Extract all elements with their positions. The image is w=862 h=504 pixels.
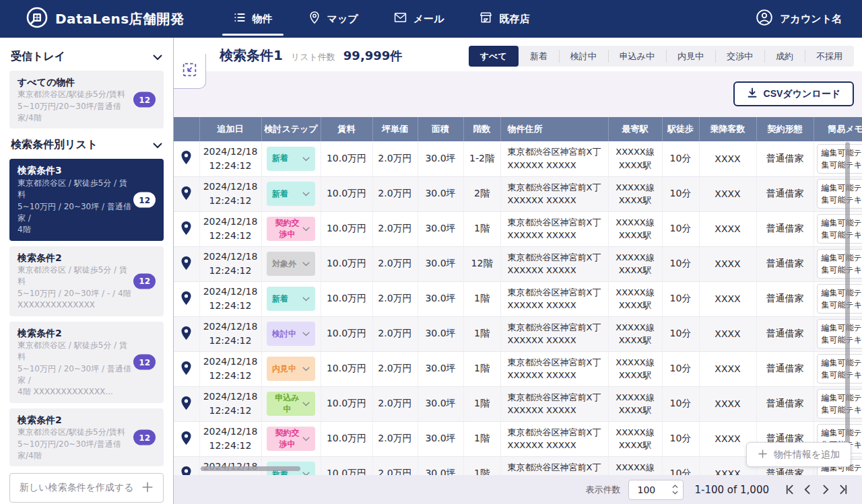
status-badge-dropdown[interactable]: 契約交渉中 — [267, 427, 315, 451]
table-row[interactable]: 2024/12/1812:24:12 内見中 10.0万円 2.0万円 30.0… — [174, 351, 862, 386]
spinner-icons[interactable] — [672, 484, 678, 495]
cell-added-date: 2024/12/1812:24:12 — [199, 386, 261, 421]
status-tab-成約[interactable]: 成約 — [764, 46, 805, 67]
cell-rent: 10.0万円 — [321, 176, 372, 211]
cell-nearest-station: XXXXX線XXXX駅 — [608, 246, 662, 281]
csv-download-button[interactable]: CSVダウンロード — [733, 81, 854, 106]
search-list-section-header[interactable]: 検索条件別リスト — [9, 134, 164, 159]
cell-address: 東京都渋谷区神宮前X丁XXXXXX XXXXX — [500, 211, 608, 246]
add-property-button[interactable]: 物件情報を追加 — [746, 442, 851, 467]
search-condition-item[interactable]: 検索条件3 東京都渋谷区 / 駅徒歩5分 / 賃料5~10万円 / 20~30坪… — [9, 159, 164, 240]
nav-item-bukken[interactable]: 物件 — [216, 0, 290, 38]
status-badge-dropdown[interactable]: 新着 — [267, 147, 315, 171]
chevron-down-icon — [302, 154, 310, 164]
search-condition-item[interactable]: 検索条件2 東京都渋谷区 / 駅徒歩5分 / 賃料5~10万円 / 20~30坪… — [9, 246, 164, 316]
column-header-9: 駅徒歩 — [662, 117, 699, 141]
cell-added-date: 2024/12/1812:24:12 — [199, 211, 261, 246]
status-tab-申込み中[interactable]: 申込み中 — [608, 46, 666, 67]
status-tab-すべて[interactable]: すべて — [469, 46, 519, 67]
page-title-row: 検索条件1 リスト件数 99,999件 — [220, 46, 402, 65]
search-condition-item[interactable]: 検索条件2 東京都渋谷区 / 駅徒歩5分 / 賃料5~10万円 / 20~30坪… — [9, 322, 164, 403]
cell-address: 東京都渋谷区神宮前X丁XXXXXX XXXXX — [500, 281, 608, 316]
status-badge-dropdown[interactable]: 契約交渉中 — [267, 217, 315, 241]
cell-memo: 編集可能テ集可能テキ — [814, 211, 862, 246]
cell-contract-type: 普通借家 — [756, 316, 814, 351]
table-row[interactable]: 2024/12/1812:24:12 新着 10.0万円 2.0万円 30.0坪… — [174, 176, 862, 211]
status-badge-dropdown[interactable]: 内見中 — [267, 357, 315, 381]
map-pin-icon[interactable] — [179, 297, 193, 308]
inbox-header-label: 受信トレイ — [11, 50, 65, 64]
store-icon — [479, 11, 493, 27]
chevron-down-icon — [302, 434, 310, 443]
status-badge-dropdown[interactable]: 新着 — [267, 287, 315, 311]
nav-item-map[interactable]: マップ — [290, 0, 376, 38]
list-icon — [233, 11, 246, 27]
map-pin-icon[interactable] — [179, 367, 193, 378]
cell-nearest-station: XXXXX線XXXX駅 — [608, 176, 662, 211]
create-search-condition-button[interactable]: 新しい検索条件を作成する — [9, 473, 164, 503]
inbox-all-properties-item[interactable]: すべての物件東京都渋谷区/駅徒歩5分/賃料5~10万円/20~30坪/普通借家/… — [9, 71, 164, 129]
nav-item-mail[interactable]: メール — [376, 0, 462, 38]
cell-unit-price: 2.0万円 — [372, 176, 418, 211]
map-pin-icon[interactable] — [179, 437, 193, 448]
column-header-6: 階数 — [463, 117, 500, 141]
cell-address: 東京都渋谷区神宮前X丁XXXXXX XXXXX — [500, 421, 608, 456]
cell-added-date: 2024/12/1812:24:12 — [199, 421, 261, 456]
status-badge-dropdown[interactable]: 新着 — [267, 182, 315, 206]
memo-field[interactable]: 編集可能テ集可能テキ — [817, 389, 862, 419]
prev-page-icon[interactable] — [799, 481, 816, 499]
first-page-icon[interactable] — [781, 481, 799, 499]
search-condition-item[interactable]: 検索条件2 東京都渋谷区/駅徒歩5分/賃料5~10万円/20~30坪/普通借家/… — [9, 408, 164, 466]
cell-rent: 10.0万円 — [321, 456, 372, 475]
memo-field[interactable]: 編集可能テ集可能テキ — [817, 284, 862, 314]
table-row[interactable]: 2024/12/1812:24:12 申込み中 10.0万円 2.0万円 30.… — [174, 386, 862, 421]
status-badge-dropdown[interactable]: 検討中 — [267, 322, 315, 346]
cell-added-date: 2024/12/1812:24:12 — [199, 456, 261, 475]
status-tab-不採用[interactable]: 不採用 — [805, 46, 854, 67]
status-tab-検討中[interactable]: 検討中 — [559, 46, 608, 67]
table-row[interactable]: 2024/12/1812:24:12 対象外 10.0万円 2.0万円 30.0… — [174, 246, 862, 281]
table-row[interactable]: 2024/12/1812:24:12 新着 10.0万円 2.0万円 30.0坪… — [174, 281, 862, 316]
inbox-section-header[interactable]: 受信トレイ — [9, 46, 164, 71]
status-badge-dropdown[interactable]: 申込み中 — [267, 392, 315, 416]
vertical-scrollbar[interactable] — [845, 142, 850, 464]
cell-status: 新着 — [261, 176, 321, 211]
last-page-icon[interactable] — [834, 481, 851, 499]
map-pin-icon[interactable] — [179, 262, 193, 273]
cell-contract-type: 普通借家 — [756, 176, 814, 211]
nav-item-kisonten[interactable]: 既存店 — [461, 0, 547, 38]
cell-rent: 10.0万円 — [321, 316, 372, 351]
nav-item-label: マップ — [327, 13, 358, 26]
memo-field[interactable]: 編集可能テ集可能テキ — [817, 179, 862, 209]
map-pin-icon[interactable] — [179, 402, 193, 413]
map-pin-icon[interactable] — [179, 157, 193, 168]
memo-field[interactable]: 編集可能テ集可能テキ — [817, 214, 862, 244]
cell-area: 30.0坪 — [418, 421, 463, 456]
chevron-down-icon — [302, 364, 310, 373]
next-page-icon[interactable] — [816, 481, 834, 499]
map-pin-icon[interactable] — [179, 227, 193, 238]
table-row[interactable]: 2024/12/1812:24:12 検討中 10.0万円 2.0万円 30.0… — [174, 316, 862, 351]
cell-floor: 1階 — [463, 211, 500, 246]
nav-items: 物件マップメール既存店 — [216, 0, 548, 38]
map-pin-icon[interactable] — [179, 332, 193, 343]
table-row[interactable]: 2024/12/1812:24:12 契約交渉中 10.0万円 2.0万円 30… — [174, 211, 862, 246]
memo-field[interactable]: 編集可能テ集可能テキ — [817, 249, 862, 279]
status-tab-新着[interactable]: 新着 — [519, 46, 559, 67]
map-pin-icon[interactable] — [179, 192, 193, 203]
collapse-sidebar-tab[interactable] — [174, 54, 206, 89]
status-tab-交渉中[interactable]: 交渉中 — [715, 46, 764, 67]
status-tab-内見中[interactable]: 内見中 — [666, 46, 715, 67]
table-row[interactable]: 2024/12/1812:24:12 新着 10.0万円 2.0万円 30.0坪… — [174, 141, 862, 176]
cell-address: 東京都渋谷区神宮前X丁XXXXXX XXXXX — [500, 456, 608, 475]
search-condition-title: 検索条件2 — [18, 326, 156, 340]
memo-field[interactable]: 編集可能テ集可能テキ — [817, 319, 862, 349]
account-menu[interactable]: アカウント名 — [756, 9, 842, 29]
cell-memo: 編集可能テ集可能テキ — [814, 246, 862, 281]
horizontal-scrollbar[interactable] — [201, 466, 300, 471]
status-badge-dropdown[interactable]: 対象外 — [267, 252, 315, 276]
per-page-input[interactable]: 100 — [628, 480, 684, 500]
memo-field[interactable]: 編集可能テ集可能テキ — [817, 354, 862, 384]
cell-walk-minutes: 10分 — [662, 211, 699, 246]
memo-field[interactable]: 編集可能テ集可能テキ — [817, 144, 862, 174]
